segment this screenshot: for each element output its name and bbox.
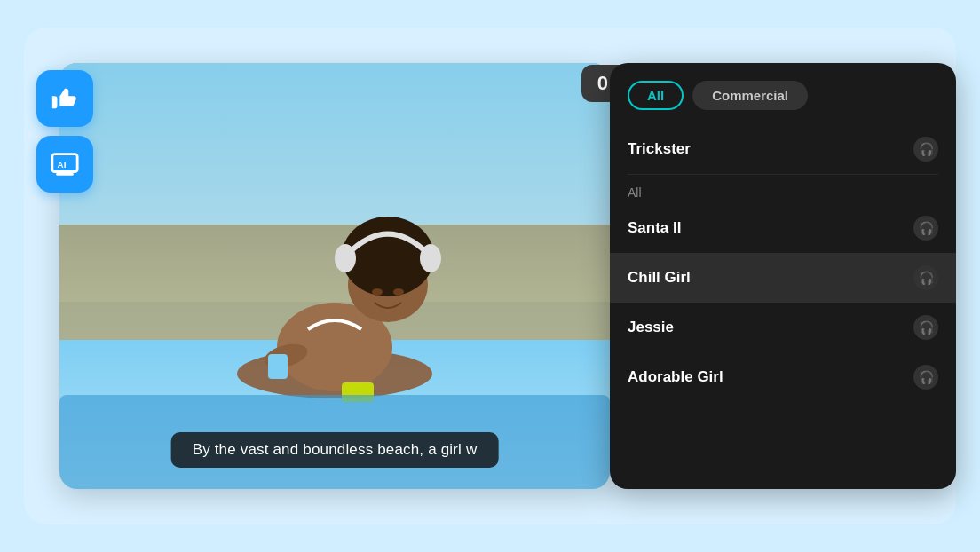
svg-point-5 [420, 244, 441, 272]
headphone-btn-chill-girl[interactable]: 🎧 [913, 265, 938, 290]
voice-item-trickster[interactable]: Trickster 🎧 [610, 124, 956, 174]
beach-background [59, 63, 610, 489]
svg-point-4 [335, 244, 356, 272]
subtitle-text: By the vast and boundless beach, a girl … [193, 441, 478, 458]
section-label-all: All [610, 175, 956, 203]
like-button[interactable] [36, 70, 93, 127]
filter-commercial-button[interactable]: Commercial [692, 81, 808, 110]
ai-caption-icon: AI [50, 149, 80, 179]
voice-name-jessie: Jessie [628, 319, 674, 336]
filter-row: All Commercial [610, 63, 956, 124]
voice-list[interactable]: Santa II 🎧 Chill Girl 🎧 Jessie 🎧 Adorabl… [610, 203, 956, 489]
voice-name-adorable-girl: Adorable Girl [628, 368, 723, 386]
svg-point-10 [393, 288, 404, 296]
action-buttons: AI [36, 70, 93, 193]
headphone-btn-santa-ii[interactable]: 🎧 [913, 216, 938, 241]
svg-text:AI: AI [58, 160, 67, 170]
voice-item-chill-girl[interactable]: Chill Girl 🎧 [610, 253, 956, 303]
headphone-btn-jessie[interactable]: 🎧 [913, 315, 938, 340]
ai-caption-button[interactable]: AI [36, 136, 93, 193]
thumbs-up-icon [50, 83, 80, 114]
video-card: By the vast and boundless beach, a girl … [59, 63, 610, 489]
main-container: By the vast and boundless beach, a girl … [24, 28, 956, 524]
person-figure [210, 116, 459, 436]
voice-name-trickster: Trickster [628, 140, 691, 158]
voice-name-chill-girl: Chill Girl [628, 269, 691, 287]
voice-item-jessie[interactable]: Jessie 🎧 [610, 303, 956, 352]
voice-item-adorable-girl[interactable]: Adorable Girl 🎧 [610, 352, 956, 402]
headphone-btn-trickster[interactable]: 🎧 [913, 137, 938, 162]
headphone-btn-adorable-girl[interactable]: 🎧 [913, 365, 938, 390]
svg-point-9 [372, 288, 383, 296]
voice-name-santa-ii: Santa II [628, 219, 681, 237]
svg-rect-7 [268, 354, 288, 379]
subtitle-bar: By the vast and boundless beach, a girl … [171, 432, 499, 468]
voice-panel: All Commercial Trickster 🎧 All Santa II [610, 63, 956, 489]
voice-item-santa-ii[interactable]: Santa II 🎧 [610, 203, 956, 253]
filter-all-button[interactable]: All [628, 81, 684, 110]
